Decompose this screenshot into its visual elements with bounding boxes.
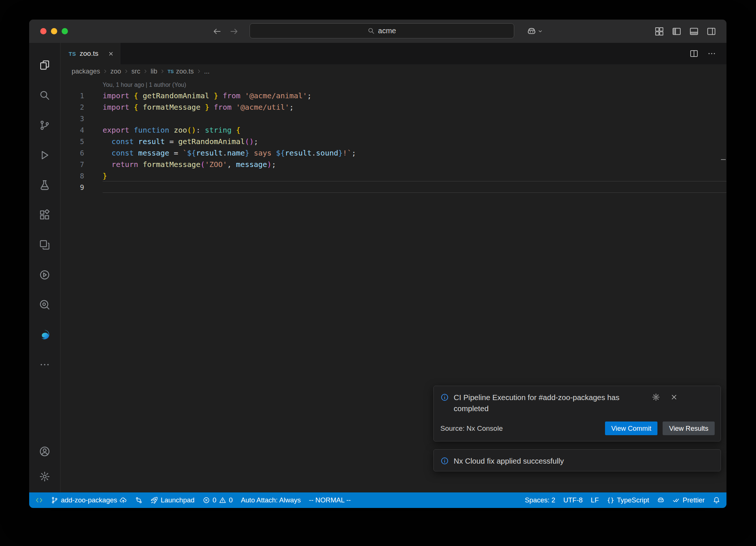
warning-icon (219, 496, 226, 504)
activity-bar (29, 43, 61, 492)
forward-arrow-icon[interactable] (229, 27, 239, 36)
bell-icon (713, 496, 720, 504)
activitybar-source-control-icon[interactable] (29, 110, 61, 140)
search-icon (368, 27, 375, 34)
code-lines: 1import { getRandomAnimal } from '@acme/… (61, 90, 726, 193)
problems-status[interactable]: 00 (199, 492, 237, 508)
breadcrumb-item[interactable]: src (131, 68, 140, 75)
tab-bar: TSzoo.ts (61, 43, 726, 64)
close-button[interactable] (40, 28, 47, 34)
activitybar-gitlens-icon[interactable] (29, 260, 61, 290)
toggle-sidebar-icon[interactable] (672, 27, 681, 36)
status-bar: add-zoo-packagesLaunchpad00Auto Attach: … (29, 492, 726, 508)
zoom-button[interactable] (62, 28, 68, 34)
minimize-button[interactable] (51, 28, 57, 34)
copilot-icon (657, 496, 664, 504)
notification-center: CI Pipeline Execution for #add-zoo-packa… (433, 386, 721, 471)
settings-gear-icon (39, 471, 50, 482)
status-text: 0 (229, 496, 233, 504)
toggle-panel-icon[interactable] (689, 27, 699, 36)
breadcrumb-label: lib (151, 68, 157, 75)
line-number: 8 (61, 172, 84, 180)
activitybar-windows-icon[interactable] (29, 230, 61, 260)
status-text: Auto Attach: Always (241, 496, 300, 504)
status-text: 0 (213, 496, 216, 504)
activitybar-run-debug-icon[interactable] (29, 140, 61, 170)
vim-mode-status[interactable]: -- NORMAL -- (305, 492, 355, 508)
typescript-file-icon: TS (69, 51, 76, 57)
activitybar-search-icon[interactable] (29, 80, 61, 110)
tab-title: zoo.ts (80, 50, 99, 58)
activitybar-more-icon[interactable] (29, 349, 61, 379)
editor-actions (690, 43, 726, 64)
eol-status[interactable]: LF (587, 492, 603, 508)
view-results-button[interactable]: View Results (663, 422, 715, 435)
activitybar-files-icon[interactable] (29, 50, 61, 80)
info-icon (440, 457, 449, 465)
notification-source: Source: Nx Console (440, 424, 503, 433)
titlebar: acme (29, 20, 726, 43)
indent-status[interactable]: Spaces: 2 (521, 492, 559, 508)
activitybar-commit-search-icon[interactable] (29, 290, 61, 320)
activity-bar-bottom (29, 441, 61, 492)
copilot-icon (527, 27, 536, 36)
error-icon (203, 496, 210, 504)
breadcrumb-item[interactable]: TSzoo.ts (168, 68, 194, 75)
line-number: 9 (61, 183, 84, 191)
status-text: TypeScript (617, 496, 649, 504)
more-actions-icon[interactable] (707, 49, 716, 58)
copilot-menu-button[interactable] (527, 20, 543, 43)
command-center-search[interactable]: acme (250, 23, 514, 38)
split-editor-icon[interactable] (690, 49, 698, 58)
status-text: LF (591, 496, 599, 504)
code-line-2: 2import { formatMessage } from '@acme/ut… (61, 101, 726, 113)
chevron-down-icon (537, 28, 543, 34)
desktop-background: acme TSzoo.ts packageszoosrclibTSzoo.ts.… (0, 0, 756, 546)
account-icon (39, 446, 50, 457)
notification-message: CI Pipeline Execution for #add-zoo-packa… (454, 392, 642, 414)
activity-bar-top (29, 50, 61, 379)
activitybar-edge-tools-icon[interactable] (29, 320, 61, 349)
tab-zoo-ts[interactable]: TSzoo.ts (61, 43, 120, 64)
git-graph-status[interactable] (131, 492, 147, 508)
code-text: } (84, 171, 107, 180)
breadcrumb-item[interactable]: lib (151, 68, 157, 75)
language-status[interactable]: {}TypeScript (603, 492, 653, 508)
line-number: 3 (61, 115, 84, 123)
code-line-8: 8} (61, 170, 726, 181)
branch-status[interactable]: add-zoo-packages (47, 492, 131, 508)
activitybar-testing-icon[interactable] (29, 170, 61, 200)
code-text: const message = `${result.name} says ${r… (84, 149, 356, 157)
activitybar-settings-gear-icon[interactable] (29, 466, 61, 487)
encoding-status[interactable]: UTF-8 (559, 492, 587, 508)
close-icon[interactable] (108, 51, 114, 57)
launchpad-status[interactable]: Launchpad (147, 492, 199, 508)
formatter-status[interactable]: Prettier (669, 492, 709, 508)
customize-layout-icon[interactable] (654, 27, 664, 36)
edge-tools-icon (39, 329, 50, 340)
status-text: Prettier (683, 496, 705, 504)
back-arrow-icon[interactable] (212, 27, 222, 36)
activitybar-account-icon[interactable] (29, 441, 61, 462)
notifications-bell[interactable] (709, 492, 724, 508)
status-text: add-zoo-packages (61, 496, 117, 504)
code-line-4: 4export function zoo(): string { (61, 124, 726, 136)
toggle-secondary-sidebar-icon[interactable] (707, 27, 716, 36)
status-text: UTF-8 (563, 496, 583, 504)
notification-close-icon[interactable] (670, 393, 678, 401)
braces-icon: {} (607, 496, 614, 504)
notification-settings-gear-icon[interactable] (652, 393, 660, 401)
code-text: import { formatMessage } from '@acme/uti… (84, 103, 294, 112)
status-text: -- NORMAL -- (309, 496, 351, 504)
view-commit-button[interactable]: View Commit (605, 422, 658, 435)
remote-indicator[interactable] (31, 492, 47, 508)
copilot-status[interactable] (653, 492, 669, 508)
breadcrumb-item[interactable]: packages (72, 68, 100, 75)
breadcrumb-item[interactable]: zoo (110, 68, 121, 75)
files-icon (39, 60, 50, 71)
auto-attach-status[interactable]: Auto Attach: Always (237, 492, 305, 508)
code-text: const result = getRandomAnimal(); (84, 137, 258, 146)
activitybar-extensions-icon[interactable] (29, 200, 61, 230)
breadcrumb-item[interactable]: ... (204, 68, 210, 75)
status-bar-right: Spaces: 2UTF-8LF{}TypeScriptPrettier (521, 492, 724, 508)
